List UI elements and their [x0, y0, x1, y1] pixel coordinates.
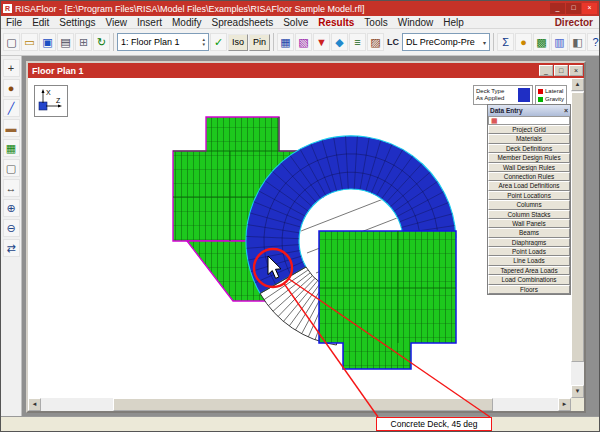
status-bar	[1, 416, 599, 432]
lateral-color-swatch	[538, 89, 543, 94]
check-icon: ✓	[214, 37, 223, 48]
view-icon-group: ▦▧▼◆≡▨	[277, 33, 384, 51]
minimize-button[interactable]: _	[550, 3, 565, 14]
data-entry-item-load-combinations[interactable]: Load Combinations	[488, 275, 570, 284]
child-minimize-button[interactable]: _	[539, 65, 553, 76]
print-button[interactable]: ▤	[57, 33, 74, 51]
floor-selector-spinner[interactable]: ▴▾	[202, 37, 205, 47]
data-entry-item-connection-rules[interactable]: Connection Rules	[488, 172, 570, 181]
loads-display-button[interactable]: ▼	[313, 33, 330, 51]
data-entry-item-wall-design-rules[interactable]: Wall Design Rules	[488, 163, 570, 172]
menu-item-solve[interactable]: Solve	[278, 16, 313, 29]
zoom-in-button[interactable]: ⊕	[3, 199, 20, 217]
copy-image-icon: ⊞	[79, 37, 88, 48]
draw-column-button[interactable]: ●	[3, 79, 20, 97]
floor-selector[interactable]: 1: Floor Plan 1 ▴▾	[117, 33, 209, 51]
apply-check-button[interactable]: ✓	[210, 33, 227, 51]
data-entry-item-project-grid[interactable]: Project Grid	[488, 125, 570, 134]
results-button[interactable]: ▩	[533, 33, 550, 51]
floor-plan-title-bar[interactable]: Floor Plan 1 _ □ ×	[28, 63, 584, 78]
data-entry-item-deck-definitions[interactable]: Deck Definitions	[488, 144, 570, 153]
member-labels-button[interactable]: ≡	[349, 33, 366, 51]
iso-view-button[interactable]: Iso	[228, 34, 248, 51]
deck-display-button[interactable]: ▧	[295, 33, 312, 51]
menu-item-settings[interactable]: Settings	[54, 16, 100, 29]
data-entry-item-column-stacks[interactable]: Column Stacks	[488, 210, 570, 219]
load-combination-selector[interactable]: DL PreComp-Pre ▾	[402, 33, 490, 51]
help-button[interactable]: ?	[587, 33, 600, 51]
spreadsheet-button[interactable]: ▥	[551, 33, 568, 51]
menu-item-view[interactable]: View	[101, 16, 133, 29]
select-tool-button[interactable]: +	[3, 59, 20, 77]
point-labels-button[interactable]: ◆	[331, 33, 348, 51]
data-entry-item-wall-panels[interactable]: Wall Panels	[488, 219, 570, 228]
close-button[interactable]: ×	[582, 3, 597, 14]
horizontal-scrollbar[interactable]: ◄ ►	[28, 398, 571, 411]
save-button[interactable]: ▣	[39, 33, 56, 51]
data-entry-item-area-load-definitions[interactable]: Area Load Definitions	[488, 181, 570, 190]
chevron-down-icon: ▾	[483, 39, 486, 46]
menu-item-file[interactable]: File	[1, 16, 27, 29]
spreadsheet-icon: ▥	[554, 37, 564, 48]
data-entry-item-diaphragms[interactable]: Diaphragms	[488, 238, 570, 247]
menu-item-tools[interactable]: Tools	[359, 16, 392, 29]
scroll-up-button[interactable]: ▲	[571, 78, 584, 91]
menu-item-modify[interactable]: Modify	[167, 16, 206, 29]
pin-button[interactable]: Pin	[249, 34, 270, 51]
data-entry-item-tapered-area-loads[interactable]: Tapered Area Loads	[488, 266, 570, 275]
title-bar[interactable]: R RISAFloor - [E:\Program Files\RISA\Mod…	[1, 1, 599, 16]
child-close-button[interactable]: ×	[569, 65, 583, 76]
scroll-right-button[interactable]: ►	[558, 398, 571, 411]
menu-item-insert[interactable]: Insert	[132, 16, 167, 29]
z-axis-label: Z	[56, 97, 61, 104]
draw-deck-button[interactable]: ▦	[3, 139, 20, 157]
menu-item-director[interactable]: Director	[555, 17, 599, 28]
data-entry-item-floors[interactable]: Floors	[488, 285, 570, 294]
menu-item-window[interactable]: Window	[393, 16, 439, 29]
vertical-scroll-thumb[interactable]	[571, 92, 584, 362]
data-entry-active-row[interactable]: ▦	[488, 116, 570, 125]
maximize-button[interactable]: □	[566, 3, 581, 14]
risafloor-application-window: R RISAFloor - [E:\Program Files\RISA\Mod…	[0, 0, 600, 432]
snapshot-button[interactable]: ◧	[569, 33, 586, 51]
envelope-button[interactable]: ●	[515, 33, 532, 51]
print-icon: ▤	[60, 37, 70, 48]
data-entry-item-member-design-rules[interactable]: Member Design Rules	[488, 153, 570, 162]
zoom-out-button[interactable]: ⊖	[3, 219, 20, 237]
render-view-button[interactable]: ▦	[277, 33, 294, 51]
menu-item-edit[interactable]: Edit	[27, 16, 54, 29]
child-restore-button[interactable]: □	[554, 65, 568, 76]
menu-item-results[interactable]: Results	[313, 16, 359, 29]
vertical-scrollbar[interactable]: ▲ ▼	[571, 78, 584, 398]
scroll-down-button[interactable]: ▼	[571, 385, 584, 398]
open-folder-button[interactable]: ▭	[21, 33, 38, 51]
data-entry-item-columns[interactable]: Columns	[488, 200, 570, 209]
draw-opening-button[interactable]: ▢	[3, 159, 20, 177]
lc-label: LC	[385, 37, 401, 47]
data-entry-item-line-loads[interactable]: Line Loads	[488, 256, 570, 265]
scroll-left-button[interactable]: ◄	[28, 398, 41, 411]
menu-item-help[interactable]: Help	[438, 16, 469, 29]
pan-button[interactable]: ⇄	[3, 239, 20, 257]
data-entry-item-beams[interactable]: Beams	[488, 228, 570, 237]
save-icon: ▣	[42, 37, 52, 48]
new-file-button[interactable]: ▢	[3, 33, 20, 51]
wall-display-button[interactable]: ▨	[367, 33, 384, 51]
draw-beam-button[interactable]: ╱	[3, 99, 20, 117]
loads-display-icon: ▼	[316, 37, 327, 48]
data-entry-item-point-locations[interactable]: Point Locations	[488, 191, 570, 200]
solve-button[interactable]: Σ	[497, 33, 514, 51]
dimension-button[interactable]: ↔	[3, 179, 20, 197]
deck-region-southeast[interactable]	[319, 231, 456, 369]
data-entry-item-materials[interactable]: Materials	[488, 134, 570, 143]
menu-bar: FileEditSettingsViewInsertModifySpreadsh…	[1, 16, 599, 29]
data-entry-close-icon[interactable]: ×	[564, 107, 568, 114]
wall-display-icon: ▨	[370, 37, 380, 48]
data-entry-title-bar[interactable]: Data Entry ×	[488, 105, 570, 116]
data-entry-item-point-loads[interactable]: Point Loads	[488, 247, 570, 256]
refresh-button[interactable]: ↻	[93, 33, 110, 51]
menu-item-spreadsheets[interactable]: Spreadsheets	[206, 16, 278, 29]
horizontal-scroll-thumb[interactable]	[113, 398, 493, 411]
copy-image-button[interactable]: ⊞	[75, 33, 92, 51]
draw-wall-button[interactable]: ▬	[3, 119, 20, 137]
